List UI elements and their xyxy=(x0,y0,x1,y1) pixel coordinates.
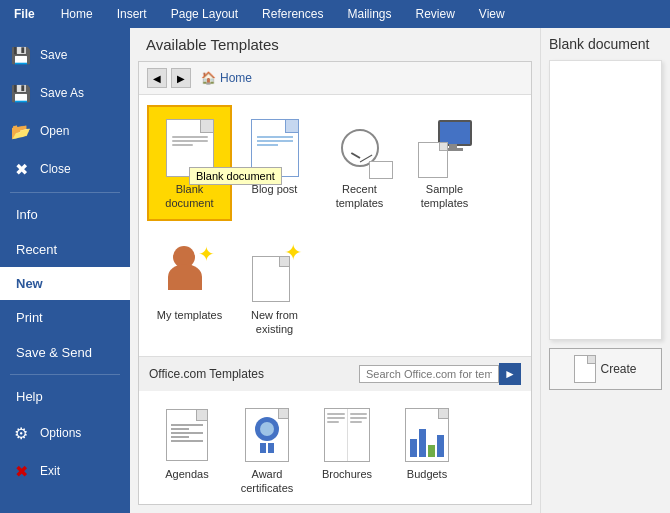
sidebar: 💾 Save 💾 Save As 📂 Open ✖ Close Info Rec… xyxy=(0,28,130,513)
recent-templates-icon xyxy=(330,115,390,180)
blog-post-label: Blog post xyxy=(252,182,298,196)
officecom-search-input[interactable] xyxy=(359,365,499,383)
agendas-icon xyxy=(160,405,214,465)
right-panel-title: Blank document xyxy=(549,36,662,52)
home-icon: 🏠 xyxy=(201,71,216,85)
blog-post-icon xyxy=(245,115,305,180)
officecom-brochures[interactable]: Brochures xyxy=(307,397,387,504)
sidebar-item-close[interactable]: ✖ Close xyxy=(0,150,130,188)
nav-forward-button[interactable]: ▶ xyxy=(171,68,191,88)
sidebar-item-open[interactable]: 📂 Open xyxy=(0,112,130,150)
sidebar-item-options[interactable]: ⚙ Options xyxy=(0,414,130,452)
officecom-awards[interactable]: Award certificates xyxy=(227,397,307,504)
page-title: Available Templates xyxy=(130,28,540,61)
sample-templates-label: Sample templates xyxy=(408,182,481,211)
sidebar-item-info[interactable]: Info xyxy=(0,197,130,232)
template-blog[interactable]: Blog post xyxy=(232,105,317,221)
ribbon-tab-bar: File Home Insert Page Layout References … xyxy=(0,0,670,28)
tab-home[interactable]: Home xyxy=(49,0,105,28)
save-as-icon: 💾 xyxy=(10,82,32,104)
awards-label: Award certificates xyxy=(233,467,301,496)
blank-document-preview xyxy=(549,60,662,340)
sidebar-item-save[interactable]: 💾 Save xyxy=(0,36,130,74)
budgets-icon xyxy=(400,405,454,465)
new-from-existing-icon: ✦ xyxy=(245,241,305,306)
content-area: Available Templates ◀ ▶ 🏠 Home xyxy=(130,28,540,513)
create-button-label: Create xyxy=(600,362,636,376)
templates-scroll[interactable]: Blank document Blank document xyxy=(139,95,531,504)
sidebar-item-exit[interactable]: ✖ Exit xyxy=(0,452,130,490)
officecom-budgets[interactable]: Budgets xyxy=(387,397,467,504)
nav-back-button[interactable]: ◀ xyxy=(147,68,167,88)
template-sample[interactable]: Sample templates xyxy=(402,105,487,221)
brochures-icon xyxy=(320,405,374,465)
new-from-existing-label: New from existing xyxy=(238,308,311,337)
templates-nav: ◀ ▶ 🏠 Home xyxy=(139,62,531,95)
template-grid: Blank document Blank document xyxy=(139,95,531,231)
officecom-search-box: ► xyxy=(359,363,521,385)
sidebar-item-print[interactable]: Print xyxy=(0,300,130,335)
officecom-header: Office.com Templates ► xyxy=(139,356,531,391)
close-icon: ✖ xyxy=(10,158,32,180)
tab-review[interactable]: Review xyxy=(403,0,466,28)
sidebar-item-save-as[interactable]: 💾 Save As xyxy=(0,74,130,112)
my-templates-label: My templates xyxy=(157,308,222,322)
recent-templates-label: Recent templates xyxy=(323,182,396,211)
template-recent[interactable]: Recent templates xyxy=(317,105,402,221)
officecom-agendas[interactable]: Agendas xyxy=(147,397,227,504)
sidebar-item-help[interactable]: Help xyxy=(0,379,130,414)
tab-references[interactable]: References xyxy=(250,0,335,28)
officecom-title: Office.com Templates xyxy=(149,367,264,381)
tab-insert[interactable]: Insert xyxy=(105,0,159,28)
sidebar-item-new[interactable]: New xyxy=(0,267,130,300)
tab-view[interactable]: View xyxy=(467,0,517,28)
template-grid-row2: ✦ My templates xyxy=(139,231,531,357)
awards-icon xyxy=(240,405,294,465)
open-icon: 📂 xyxy=(10,120,32,142)
sidebar-divider-1 xyxy=(10,192,120,193)
create-button[interactable]: Create xyxy=(549,348,662,390)
templates-panel: ◀ ▶ 🏠 Home xyxy=(138,61,532,505)
sample-templates-icon xyxy=(415,115,475,180)
blank-doc-label: Blank document xyxy=(153,182,226,211)
brochures-label: Brochures xyxy=(322,467,372,481)
template-new-from-existing[interactable]: ✦ New from existing xyxy=(232,231,317,347)
right-panel: Blank document Create xyxy=(540,28,670,513)
template-my-templates[interactable]: ✦ My templates xyxy=(147,231,232,347)
blank-doc-icon xyxy=(160,115,220,180)
officecom-search-button[interactable]: ► xyxy=(499,363,521,385)
sidebar-item-recent[interactable]: Recent xyxy=(0,232,130,267)
ribbon: File Home Insert Page Layout References … xyxy=(0,0,670,28)
save-icon: 💾 xyxy=(10,44,32,66)
tab-page-layout[interactable]: Page Layout xyxy=(159,0,250,28)
options-icon: ⚙ xyxy=(10,422,32,444)
tab-file[interactable]: File xyxy=(0,0,49,28)
tab-mailings[interactable]: Mailings xyxy=(335,0,403,28)
template-blank[interactable]: Blank document Blank document xyxy=(147,105,232,221)
my-templates-icon: ✦ xyxy=(160,241,220,306)
nav-home-button[interactable]: 🏠 Home xyxy=(195,69,258,87)
create-doc-icon xyxy=(574,355,596,383)
budgets-label: Budgets xyxy=(407,467,447,481)
sidebar-item-save-send[interactable]: Save & Send xyxy=(0,335,130,370)
main-layout: 💾 Save 💾 Save As 📂 Open ✖ Close Info Rec… xyxy=(0,28,670,513)
agendas-label: Agendas xyxy=(165,467,208,481)
exit-icon: ✖ xyxy=(10,460,32,482)
officecom-grid: Agendas xyxy=(139,391,531,504)
sidebar-divider-2 xyxy=(10,374,120,375)
